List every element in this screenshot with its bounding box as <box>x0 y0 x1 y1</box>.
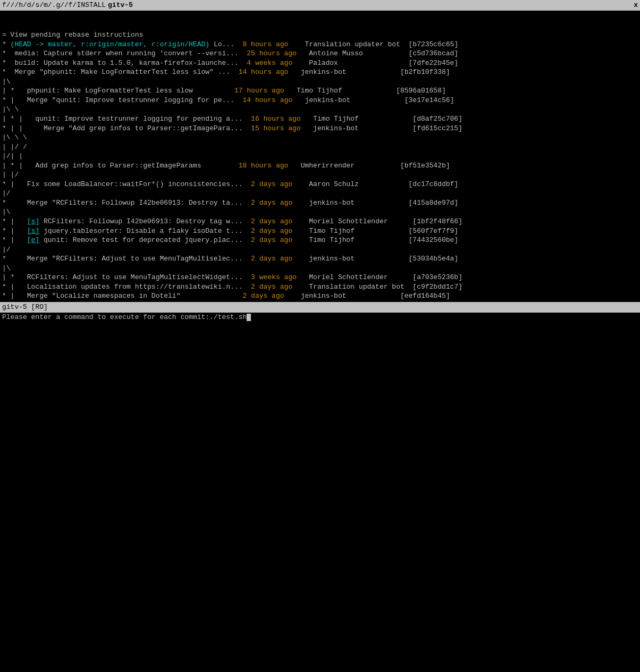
terminal-line: | |/ <box>2 170 638 180</box>
terminal-line: * Merge "RCFilters: Followup I42be06913:… <box>2 198 638 208</box>
input-line: Please enter a command to execute for ea… <box>0 313 640 322</box>
terminal-line: |\ \ <box>2 105 638 114</box>
terminal-line: | * | Add grep infos to Parser::getImage… <box>2 161 638 171</box>
terminal-line: * media: Capture stderr when running 'co… <box>2 49 638 58</box>
terminal-line: |/ <box>2 245 638 255</box>
terminal-line: * | Merge "Localize namespaces in Doteli… <box>2 291 638 301</box>
terminal-line: |/ <box>2 189 638 198</box>
terminal-line: |\ <box>2 264 638 273</box>
title-name: gitv-5 <box>108 1 133 10</box>
terminal-line: |\ <box>2 207 638 217</box>
title-path: f///h/d/s/m/.g//f/INSTALL <box>2 1 106 10</box>
terminal-line: * (HEAD -> master, r:origin/master, r:or… <box>2 40 638 49</box>
terminal-line: * | Localisation updates from https://tr… <box>2 282 638 292</box>
terminal-line: | * RCFilters: Adjust to use MenuTagMult… <box>2 273 638 282</box>
title-bar: f///h/d/s/m/.g//f/INSTALL gitv-5 x <box>0 0 640 11</box>
terminal-line: * | Merge "qunit: Improve testrunner log… <box>2 96 638 105</box>
status-text: gitv-5 [RO] <box>2 303 48 312</box>
input-value[interactable]: ./test.sh <box>209 313 247 322</box>
terminal-line: = View pending rebase instructions <box>2 30 638 40</box>
terminal-line: * | [s] jquery.tablesorter: Disable a fl… <box>2 226 638 236</box>
terminal-line: * | Fix some LoadBalancer::waitFor*() in… <box>2 180 638 189</box>
status-bar: gitv-5 [RO] <box>0 302 640 313</box>
terminal-line: | * | qunit: Improve testrunner logging … <box>2 114 638 124</box>
cursor <box>247 314 251 321</box>
input-prompt: Please enter a command to execute for ea… <box>2 313 209 322</box>
terminal-line: * | | Merge "Add grep infos to Parser::g… <box>2 124 638 133</box>
terminal-content: = View pending rebase instructions* (HEA… <box>0 11 640 302</box>
terminal-line: |\ \ \ <box>2 133 638 142</box>
terminal-line: | * phpunit: Make LogFormatterTest less … <box>2 86 638 96</box>
terminal-line: |/| | <box>2 152 638 161</box>
close-button[interactable]: x <box>634 1 638 10</box>
terminal-line: * Merge "RCFilters: Adjust to use MenuTa… <box>2 254 638 264</box>
terminal-line: | |/ / <box>2 142 638 152</box>
terminal: f///h/d/s/m/.g//f/INSTALL gitv-5 x = Vie… <box>0 0 640 672</box>
terminal-line: * | [e] qunit: Remove test for deprecate… <box>2 236 638 245</box>
terminal-line: |\ <box>2 77 638 87</box>
terminal-line: * build: Update karma to 1.5.0, karma-fi… <box>2 58 638 68</box>
terminal-line: * Merge "phpunit: Make LogFormatterTest … <box>2 68 638 77</box>
terminal-line: * | [s] RCFilters: Followup I42be06913: … <box>2 217 638 226</box>
